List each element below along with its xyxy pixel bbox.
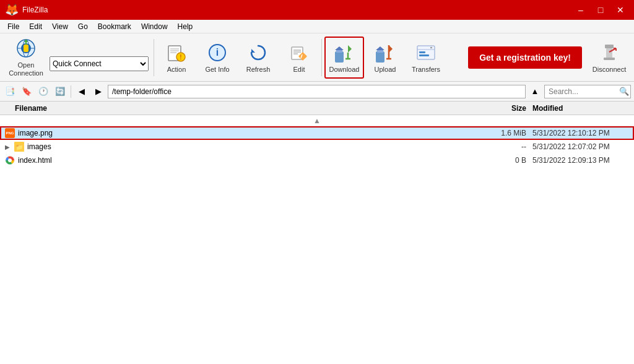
up-arrow-icon: ▲: [313, 116, 321, 125]
svg-rect-42: [604, 58, 615, 60]
reg-key-label: Get a registration key!: [479, 53, 571, 63]
file-name-cell: ▶ 📁 images: [2, 142, 483, 152]
toolbar: Open Connection Quick Connect ! Action i: [0, 33, 634, 82]
minimize-button[interactable]: –: [572, 3, 589, 17]
file-icon-png: PNG: [5, 128, 15, 138]
close-button[interactable]: ✕: [612, 3, 629, 17]
transfers-icon: [415, 41, 437, 64]
disconnect-label: Disconnect: [593, 66, 626, 73]
nav-up-button[interactable]: ▲: [528, 84, 542, 99]
get-info-icon: i: [206, 41, 228, 64]
action-label: Action: [167, 66, 186, 73]
chrome-icon: [5, 155, 15, 165]
open-connection-button[interactable]: Open Connection: [4, 37, 48, 79]
column-header: Filename Size Modified: [0, 102, 634, 115]
file-name-cell: PNG image.png: [2, 128, 483, 138]
menu-bar: File Edit View Go Bookmark Window Help: [0, 20, 634, 33]
svg-text:i: i: [216, 47, 219, 58]
table-row[interactable]: ▶ 📁 images -- 5/31/2022 12:07:02 PM: [0, 140, 634, 154]
disconnect-icon: [598, 41, 620, 64]
file-size: 1.6 MiB: [483, 129, 532, 137]
file-name: index.html: [18, 156, 52, 165]
maximize-button[interactable]: □: [592, 3, 609, 17]
menu-window[interactable]: Window: [136, 21, 173, 32]
download-icon: [333, 41, 355, 64]
menu-edit[interactable]: Edit: [24, 21, 47, 32]
file-name: images: [27, 142, 51, 151]
file-list-area: Filename Size Modified ▲ PNG image.png 1…: [0, 102, 634, 364]
download-button[interactable]: Download: [324, 37, 364, 79]
transfers-button[interactable]: Transfers: [406, 37, 446, 79]
table-row[interactable]: PNG image.png 1.6 MiB 5/31/2022 12:10:12…: [0, 126, 634, 140]
file-name-cell: index.html: [2, 155, 483, 165]
app-title: FileZilla: [22, 6, 48, 14]
registration-key-button[interactable]: Get a registration key!: [468, 46, 582, 69]
svg-rect-40: [605, 45, 614, 48]
nav-bookmarks-button[interactable]: 📑: [2, 84, 17, 99]
menu-bookmark[interactable]: Bookmark: [93, 21, 136, 32]
get-info-label: Get Info: [205, 66, 229, 73]
get-info-button[interactable]: i Get Info: [198, 37, 237, 79]
action-icon: !: [165, 41, 188, 64]
table-row[interactable]: index.html 0 B 5/31/2022 12:09:13 PM: [0, 154, 634, 167]
svg-rect-28: [376, 51, 384, 63]
expand-arrow-icon: ▶: [5, 144, 10, 150]
edit-button[interactable]: Edit: [279, 37, 319, 79]
file-size: --: [483, 142, 532, 151]
path-input[interactable]: [108, 85, 526, 98]
app-icon: 🦊: [5, 3, 19, 17]
svg-marker-24: [335, 46, 344, 50]
folder-icon: 📁: [14, 142, 24, 152]
file-modified: 5/31/2022 12:07:02 PM: [532, 142, 632, 151]
nav-forward-button[interactable]: ▶: [91, 84, 106, 99]
nav-bar: 📑 🔖 🕐 🔄 ◀ ▶ ▲ 🔍: [0, 82, 634, 102]
upload-button[interactable]: Upload: [365, 37, 405, 79]
upload-icon: [374, 41, 396, 64]
menu-go[interactable]: Go: [73, 21, 93, 32]
file-modified: 5/31/2022 12:10:12 PM: [532, 129, 632, 137]
menu-help[interactable]: Help: [173, 21, 198, 32]
svg-point-47: [8, 158, 12, 162]
nav-sync-button[interactable]: 🔄: [53, 84, 67, 99]
svg-marker-30: [376, 46, 384, 50]
nav-bookmark2-button[interactable]: 🔖: [19, 84, 34, 99]
nav-history-button[interactable]: 🕐: [36, 84, 51, 99]
svg-text:!: !: [180, 54, 181, 61]
title-bar-left: 🦊 FileZilla: [5, 3, 48, 17]
quick-connect-dropdown[interactable]: Quick Connect: [50, 56, 149, 71]
open-connection-icon: [15, 37, 37, 59]
refresh-label: Refresh: [246, 66, 271, 73]
search-icon: 🔍: [619, 87, 629, 96]
edit-icon: [288, 41, 310, 64]
file-size: 0 B: [483, 156, 532, 165]
empty-file-area: [0, 167, 634, 340]
menu-view[interactable]: View: [47, 21, 73, 32]
refresh-button[interactable]: Refresh: [238, 37, 278, 79]
svg-rect-36: [419, 51, 425, 53]
nav-back-button[interactable]: ◀: [74, 84, 89, 99]
column-filename: Filename: [2, 104, 483, 113]
svg-rect-4: [24, 45, 28, 52]
nav-separator-1: [71, 85, 71, 98]
svg-rect-37: [419, 54, 429, 56]
title-bar-controls: – □ ✕: [572, 3, 629, 17]
disconnect-button[interactable]: Disconnect: [588, 37, 630, 79]
svg-marker-15: [251, 49, 255, 53]
download-label: Download: [329, 66, 360, 73]
column-modified: Modified: [532, 104, 632, 113]
search-input[interactable]: [544, 85, 631, 98]
svg-rect-22: [335, 51, 344, 63]
refresh-icon: [247, 41, 269, 64]
file-list-container: Filename Size Modified ▲ PNG image.png 1…: [0, 102, 634, 364]
menu-file[interactable]: File: [2, 21, 24, 32]
column-size: Size: [483, 104, 532, 113]
toolbar-separator-1: [154, 39, 154, 76]
up-arrow-row[interactable]: ▲: [0, 115, 634, 126]
toolbar-separator-2: [321, 39, 322, 76]
title-bar: 🦊 FileZilla – □ ✕: [0, 0, 634, 20]
svg-marker-25: [348, 45, 352, 53]
quick-connect-area: Quick Connect: [50, 56, 149, 71]
file-modified: 5/31/2022 12:09:13 PM: [532, 156, 632, 165]
open-connection-label: Open Connection: [6, 61, 46, 77]
action-button[interactable]: ! Action: [157, 37, 196, 79]
